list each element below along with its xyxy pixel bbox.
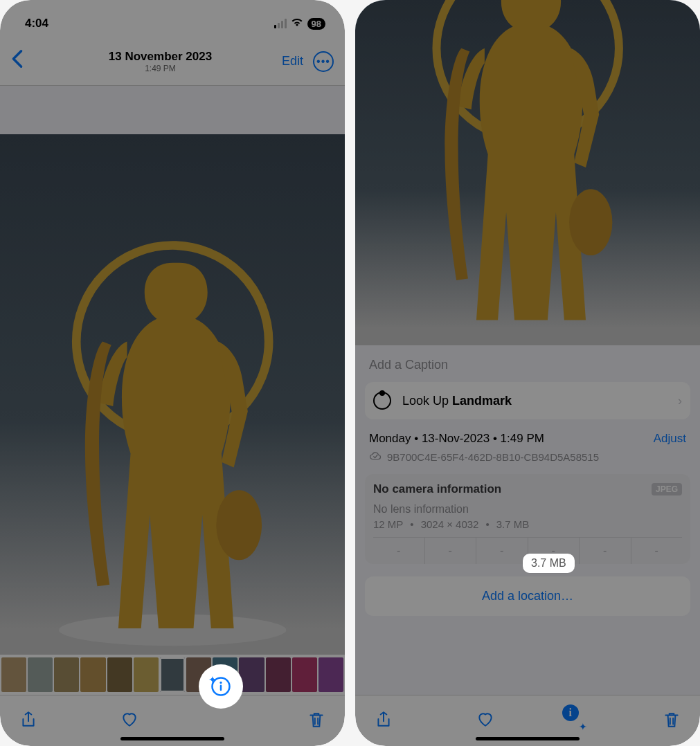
back-button[interactable]: [11, 49, 39, 73]
share-icon[interactable]: [19, 711, 37, 731]
lookup-text: Look Up Landmark: [402, 394, 667, 408]
chevron-right-icon: ›: [678, 394, 682, 408]
cellular-icon: [274, 19, 287, 28]
heart-icon[interactable]: [476, 711, 494, 731]
add-location-button[interactable]: Add a location…: [365, 576, 690, 616]
meta-datetime: Monday • 13-Nov-2023 • 1:49 PM: [369, 432, 544, 446]
dims-label: 3024 × 4032: [421, 518, 479, 530]
thumb-selected[interactable]: [160, 657, 185, 692]
battery-pill: 98: [307, 18, 325, 30]
thumbnail-strip[interactable]: [0, 655, 345, 695]
photo-preview[interactable]: [355, 0, 700, 345]
adjust-button[interactable]: Adjust: [654, 432, 686, 446]
info-button-highlight[interactable]: ✦: [199, 664, 243, 709]
svg-point-4: [219, 682, 222, 684]
caption-input[interactable]: Add a Caption: [365, 345, 690, 382]
status-bar: 4:04 98: [0, 0, 345, 37]
photo-viewer[interactable]: [0, 134, 345, 655]
no-camera-label: No camera information: [373, 482, 501, 496]
thumb[interactable]: [318, 657, 343, 692]
trash-icon[interactable]: [307, 711, 325, 731]
thumb[interactable]: [292, 657, 317, 692]
lookup-card[interactable]: Look Up Landmark ›: [365, 382, 690, 419]
thumb[interactable]: [107, 657, 132, 692]
phone-right: Add a Caption Look Up Landmark › Monday …: [355, 0, 700, 746]
photo-content: [355, 0, 700, 338]
phone-left: 4:04 98 13 November 2023 1:49 PM Edit ••…: [0, 0, 345, 746]
size-label: 3.7 MB: [496, 518, 530, 530]
thumb[interactable]: [54, 657, 79, 692]
info-sheet: Add a Caption Look Up Landmark › Monday …: [355, 345, 700, 746]
nav-bar: 13 November 2023 1:49 PM Edit •••: [0, 37, 345, 86]
nav-date: 13 November 2023: [39, 50, 282, 64]
home-indicator[interactable]: [476, 737, 580, 740]
size-highlight: 3.7 MB: [523, 554, 575, 573]
svg-point-7: [569, 189, 612, 255]
sparkle-icon: ✦: [208, 674, 217, 685]
wifi-icon: [291, 17, 303, 30]
meta-uuid: 9B700C4E-65F4-462D-8B10-CB94D5A58515: [387, 451, 599, 463]
thumb[interactable]: [134, 657, 159, 692]
no-lens-label: No lens information: [373, 496, 682, 516]
lookup-prefix: Look Up: [402, 394, 452, 408]
trash-icon[interactable]: [663, 711, 681, 731]
photo-top-pad: [0, 86, 345, 134]
thumb[interactable]: [28, 657, 53, 692]
svg-point-2: [216, 491, 262, 561]
photo-content: [0, 210, 345, 648]
landmark-icon: [373, 392, 391, 410]
thumb[interactable]: [1, 657, 26, 692]
sparkle-icon: ✦: [579, 721, 587, 732]
svg-rect-5: [220, 685, 222, 691]
nav-time: 1:49 PM: [39, 64, 282, 73]
mp-label: 12 MP: [373, 518, 403, 530]
lookup-subject: Landmark: [452, 394, 512, 408]
camera-card: No camera information JPEG No lens infor…: [365, 474, 690, 564]
thumb[interactable]: [80, 657, 105, 692]
share-icon[interactable]: [375, 711, 393, 731]
more-button[interactable]: •••: [313, 51, 334, 72]
status-time: 4:04: [25, 17, 48, 30]
thumb[interactable]: [266, 657, 291, 692]
format-badge: JPEG: [652, 483, 682, 495]
cloud-icon: [369, 450, 382, 464]
edit-button[interactable]: Edit: [282, 54, 303, 69]
home-indicator[interactable]: [120, 737, 224, 740]
heart-icon[interactable]: [120, 711, 138, 731]
